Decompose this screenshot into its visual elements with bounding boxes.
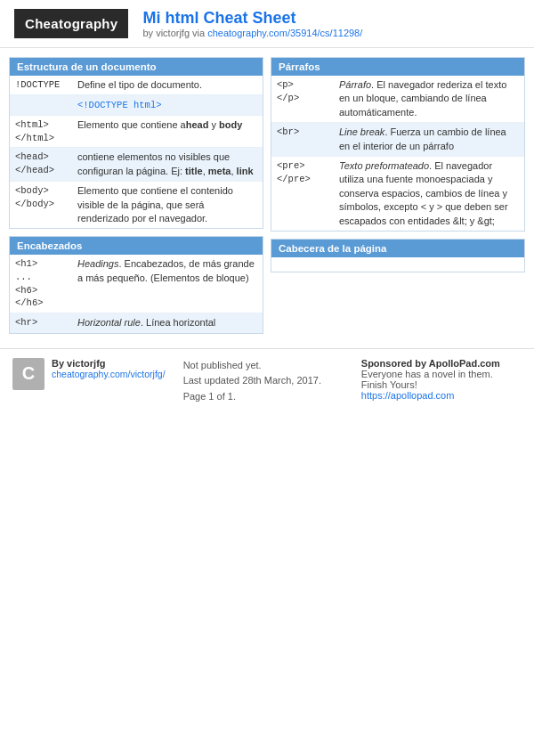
- table-row: <html></html> Elemento que contiene ahea…: [10, 116, 263, 148]
- table-row: <hr> Horizontal rule. Línea horizontal: [10, 313, 263, 332]
- page: Cheatography Mi html Cheat Sheet by vict…: [0, 0, 534, 756]
- entry-desc: Line break. Fuerza un cambio de línea en…: [339, 126, 519, 153]
- meta-line1: Not published yet.: [183, 360, 262, 370]
- meta-line3: Page 1 of 1.: [183, 391, 236, 402]
- entry-code: <p></p>: [277, 78, 339, 104]
- section-body-estructura: !DOCTYPE Define el tipo de documento. <!…: [10, 76, 263, 228]
- entry-code: <body></body>: [15, 184, 77, 210]
- table-row: <body></body> Elemento que contiene el c…: [10, 182, 263, 228]
- section-body-encabezados: <h1>...<h6></h6> Headings. Encabezados, …: [10, 255, 263, 332]
- sponsor-name: Sponsored by ApolloPad.com: [361, 358, 500, 369]
- entry-desc: Párrafo. El navegador rederiza el texto …: [339, 78, 519, 119]
- entry-code: <hr>: [15, 316, 77, 329]
- entry-code: <pre></pre>: [277, 159, 339, 185]
- author-name: By victorjfg: [52, 358, 166, 369]
- main-content: Estructura de un documento !DOCTYPE Defi…: [0, 48, 534, 341]
- author-info: By victorjfg cheatography.com/victorjfg/: [52, 358, 166, 379]
- section-header-cabecera: Cabecera de la página: [271, 240, 524, 257]
- left-column: Estructura de un documento !DOCTYPE Defi…: [9, 57, 263, 341]
- entry-code: !DOCTYPE: [15, 78, 77, 92]
- meta-line2: Last updated 28th March, 2017.: [183, 375, 321, 386]
- right-column: Párrafos <p></p> Párrafo. El navegador r…: [271, 57, 525, 341]
- page-title: Mi html Cheat Sheet: [142, 9, 362, 28]
- footer-meta: Not published yet. Last updated 28th Mar…: [183, 358, 344, 405]
- entry-desc: Headings. Encabezados, de más grande a m…: [77, 257, 257, 285]
- section-header-parrafos: Párrafos: [271, 58, 524, 76]
- entry-desc: Horizontal rule. Línea horizontal: [77, 316, 257, 329]
- sponsor-desc: Everyone has a novel in them. Finish You…: [361, 369, 493, 390]
- logo: Cheatography: [14, 9, 128, 38]
- section-header-estructura: Estructura de un documento: [10, 58, 263, 76]
- section-parrafos: Párrafos <p></p> Párrafo. El navegador r…: [271, 57, 525, 232]
- header-title: Mi html Cheat Sheet by victorjfg via che…: [142, 9, 362, 38]
- author-link[interactable]: cheatography.com/victorjfg/: [52, 369, 166, 379]
- section-body-parrafos: <p></p> Párrafo. El navegador rederiza e…: [271, 76, 524, 231]
- entry-desc: contiene elementos no visibles que confi…: [77, 150, 257, 178]
- entry-desc: <!DOCTYPE html>: [77, 98, 257, 112]
- header-subtitle: by victorjfg via cheatography.com/35914/…: [142, 28, 362, 38]
- section-cabecera: Cabecera de la página: [271, 239, 525, 272]
- section-body-cabecera: [271, 257, 524, 272]
- footer-sponsor: Sponsored by ApolloPad.com Everyone has …: [361, 358, 522, 401]
- entry-desc: Elemento que contiene ahead y body: [77, 118, 257, 132]
- header: Cheatography Mi html Cheat Sheet by vict…: [0, 0, 534, 48]
- avatar-letter: C: [22, 363, 35, 384]
- entry-desc: Elemento que contiene el contenido visib…: [77, 184, 257, 225]
- avatar: C: [12, 358, 44, 390]
- table-row: !DOCTYPE Define el tipo de documento.: [10, 76, 263, 95]
- sponsor-link[interactable]: https://apollopad.com: [361, 390, 455, 401]
- table-row: <br> Line break. Fuerza un cambio de lín…: [271, 123, 524, 157]
- footer-author: C By victorjfg cheatography.com/victorjf…: [12, 358, 166, 390]
- section-encabezados: Encabezados <h1>...<h6></h6> Headings. E…: [9, 236, 263, 333]
- table-row: <h1>...<h6></h6> Headings. Encabezados, …: [10, 255, 263, 313]
- section-estructura: Estructura de un documento !DOCTYPE Defi…: [9, 57, 263, 229]
- entry-desc: Define el tipo de documento.: [77, 78, 257, 92]
- table-row: <p></p> Párrafo. El navegador rederiza e…: [271, 76, 524, 123]
- entry-code: <br>: [277, 126, 339, 139]
- table-row: <pre></pre> Texto preformateado. El nave…: [271, 157, 524, 231]
- entry-code: <html></html>: [15, 118, 77, 144]
- section-header-encabezados: Encabezados: [10, 237, 263, 255]
- table-row: <!DOCTYPE html>: [10, 95, 263, 116]
- table-row: <head></head> contiene elementos no visi…: [10, 148, 263, 182]
- entry-code: <h1>...<h6></h6>: [15, 257, 77, 310]
- subtitle-by: by victorjfg via: [142, 28, 207, 38]
- entry-desc: Texto preformateado. El navegador utiliz…: [339, 159, 519, 228]
- entry-code: <head></head>: [15, 150, 77, 176]
- footer: C By victorjfg cheatography.com/victorjf…: [0, 348, 534, 414]
- subtitle-link[interactable]: cheatography.com/35914/cs/11298/: [207, 28, 362, 38]
